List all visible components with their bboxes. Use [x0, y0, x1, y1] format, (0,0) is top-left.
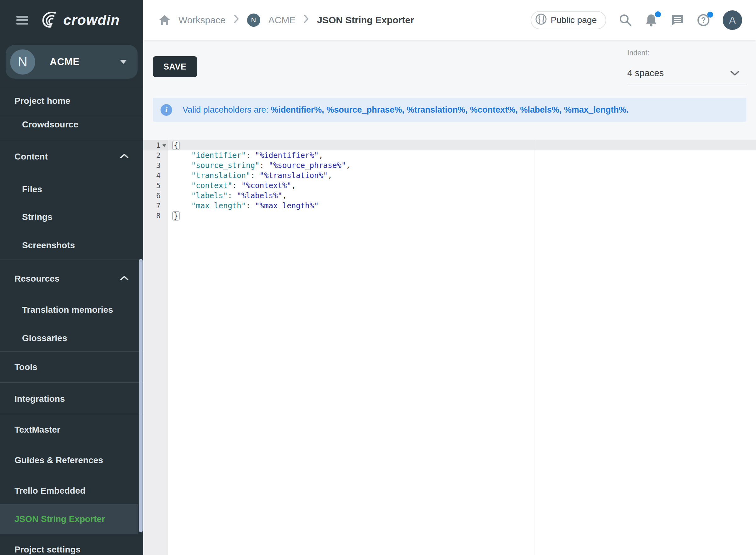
chevron-down-icon: [120, 60, 127, 64]
json-value: "%max_length%": [255, 201, 319, 210]
json-key: "identifier": [192, 151, 246, 160]
code-line: 8 }: [143, 211, 756, 221]
indent-select[interactable]: 4 spaces: [627, 61, 747, 85]
sidebar-scrollbar-thumb[interactable]: [139, 259, 142, 532]
sidebar-header: crowdin: [0, 0, 143, 40]
save-button[interactable]: SAVE: [153, 56, 197, 77]
sidebar-item-glossaries[interactable]: Glossaries: [22, 333, 67, 343]
sidebar-item-json-string-exporter[interactable]: JSON String Exporter: [14, 514, 105, 524]
code-line: 2 "identifier": "%identifier%",: [143, 151, 756, 161]
chevron-right-icon: [304, 14, 309, 26]
code-line: 6 "labels": "%labels%",: [143, 191, 756, 201]
sidebar-item-guides-references[interactable]: Guides & References: [14, 455, 103, 465]
svg-text:?: ?: [701, 16, 706, 24]
chevron-right-icon: [234, 14, 239, 26]
sidebar-item-files[interactable]: Files: [22, 184, 42, 195]
line-number: 8: [143, 211, 168, 221]
sidebar-divider: [0, 139, 143, 139]
code-line: 7 "max_length": "%max_length%": [143, 201, 756, 211]
json-value: "%context%": [241, 181, 291, 190]
help-icon[interactable]: ?: [697, 13, 710, 27]
matching-bracket: {: [172, 141, 180, 150]
notification-dot: [655, 11, 661, 17]
sidebar-section-resources[interactable]: Resources: [14, 274, 59, 284]
sidebar-item-crowdsource[interactable]: Crowdsource: [22, 120, 78, 130]
sidebar-item-strings[interactable]: Strings: [22, 212, 52, 222]
project-switcher-name: ACME: [50, 56, 80, 68]
search-icon[interactable]: [619, 13, 632, 27]
info-icon: i: [161, 104, 172, 116]
project-avatar: N: [10, 49, 35, 75]
hamburger-menu-icon[interactable]: [16, 14, 28, 26]
line-number: 3: [143, 161, 168, 171]
line-number: 2: [143, 151, 168, 161]
code-line: 3 "source_string": "%source_phrase%",: [143, 161, 756, 171]
editor-code-lines: 1 { 2 "identifier": "%identifier%", 3 "s…: [143, 140, 756, 221]
indent-label: Indent:: [627, 49, 649, 57]
json-key: "source_string": [192, 161, 260, 170]
globe-icon: [535, 13, 547, 27]
sidebar-divider: [0, 382, 143, 383]
sidebar-section-content[interactable]: Content: [14, 152, 48, 162]
indent-selected-value: 4 spaces: [627, 68, 664, 78]
sidebar-item-integrations[interactable]: Integrations: [14, 394, 65, 404]
json-key: "translation": [192, 171, 251, 180]
public-page-button[interactable]: Public page: [531, 11, 606, 29]
json-value: "%translation%": [260, 171, 328, 180]
json-value: "%source_phrase%": [268, 161, 346, 170]
header-actions: Public page ? A: [531, 0, 742, 40]
line-number: 7: [143, 201, 168, 211]
crowdin-bird-icon: [39, 8, 61, 32]
info-banner-placeholders: %identifier%, %source_phrase%, %translat…: [271, 105, 629, 115]
template-code-editor[interactable]: 1 { 2 "identifier": "%identifier%", 3 "s…: [143, 140, 756, 555]
line-number: 4: [143, 171, 168, 181]
line-number: 1: [143, 140, 168, 151]
sidebar-item-project-home[interactable]: Project home: [14, 96, 70, 106]
breadcrumb-project[interactable]: ACME: [268, 15, 296, 26]
home-icon[interactable]: [159, 15, 170, 26]
breadcrumb-current-page: JSON String Exporter: [317, 15, 414, 26]
notifications-bell-icon[interactable]: [644, 13, 658, 27]
line-number: 6: [143, 191, 168, 201]
json-value: "%identifier%": [255, 151, 319, 160]
crowdin-logo[interactable]: crowdin: [39, 8, 120, 32]
json-key: "context": [192, 181, 232, 190]
line-number: 5: [143, 181, 168, 191]
top-header: Workspace N ACME JSON String Exporter Pu…: [143, 0, 756, 40]
code-line: 1 {: [143, 140, 756, 151]
sidebar-item-tools[interactable]: Tools: [14, 362, 37, 372]
sidebar-divider: [0, 86, 143, 86]
crowdin-logo-text: crowdin: [63, 12, 120, 28]
sidebar-divider: [0, 116, 143, 116]
info-banner: i Valid placeholders are: %identifier%, …: [153, 98, 746, 122]
page-toolbar-area: SAVE Indent: 4 spaces i Valid placeholde…: [143, 41, 756, 140]
sidebar-divider: [0, 536, 143, 536]
sidebar-item-screenshots[interactable]: Screenshots: [22, 240, 75, 250]
code-line: 5 "context": "%context%",: [143, 181, 756, 191]
matching-bracket: }: [172, 211, 180, 220]
chevron-up-icon[interactable]: [120, 154, 128, 160]
project-switcher[interactable]: N ACME: [6, 45, 137, 79]
breadcrumb-workspace[interactable]: Workspace: [178, 15, 226, 26]
json-key: "labels": [192, 191, 228, 200]
json-value: "%labels%": [237, 191, 282, 200]
help-notification-dot: [707, 12, 713, 17]
fold-caret-icon[interactable]: [162, 144, 166, 147]
sidebar: crowdin N ACME Project home Crowdsource …: [0, 0, 143, 555]
public-page-label: Public page: [551, 15, 597, 25]
sidebar-item-textmaster[interactable]: TextMaster: [14, 425, 60, 435]
sidebar-divider: [0, 351, 143, 352]
sidebar-item-translation-memories[interactable]: Translation memories: [22, 305, 113, 315]
code-line: 4 "translation": "%translation%",: [143, 171, 756, 181]
sidebar-item-project-settings[interactable]: Project settings: [14, 545, 81, 555]
sidebar-item-trello-embedded[interactable]: Trello Embedded: [14, 486, 86, 496]
messages-icon[interactable]: [670, 13, 684, 27]
info-banner-prefix: Valid placeholders are:: [182, 105, 271, 115]
json-key: "max_length": [192, 201, 246, 210]
info-banner-text: Valid placeholders are: %identifier%, %s…: [182, 105, 629, 115]
breadcrumb-project-avatar: N: [247, 13, 260, 27]
breadcrumb: Workspace N ACME JSON String Exporter: [159, 13, 414, 27]
chevron-up-icon[interactable]: [120, 275, 128, 282]
user-avatar[interactable]: A: [723, 10, 742, 30]
chevron-down-icon: [730, 68, 740, 78]
